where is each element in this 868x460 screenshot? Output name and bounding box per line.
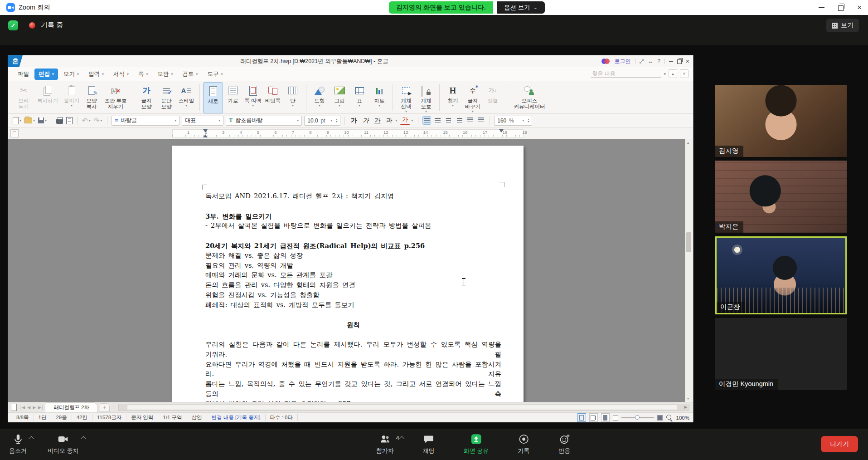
columns-button[interactable]: 단 ▾ <box>283 82 303 113</box>
object-protect-button[interactable]: 개체보호 ▾ <box>416 82 436 113</box>
paste-button[interactable]: 붙이기 ▾ <box>62 82 82 113</box>
hwp-ruler[interactable]: 12345678910111213141516171819 <box>8 127 693 140</box>
view-options-button[interactable]: 옵션 보기 ⌄ <box>497 1 545 14</box>
chevron-up-icon[interactable] <box>399 436 404 441</box>
redo-button[interactable]: ↷▾ <box>94 117 102 125</box>
participant-video-tile[interactable]: 박지은 <box>715 161 847 233</box>
underline-button[interactable]: 가 <box>373 116 382 125</box>
reactions-button[interactable]: 반응 <box>556 433 573 455</box>
font-size-stepper[interactable]: 10.0 pt ▾ ▴▾ <box>304 116 340 126</box>
bold-button[interactable]: 가 <box>349 116 359 125</box>
view-mode-single-button[interactable] <box>577 413 586 422</box>
menu-item[interactable]: 보안 ▾ <box>154 69 177 80</box>
scrollbar-handle[interactable] <box>686 232 691 252</box>
print-button[interactable] <box>56 117 63 124</box>
document-tab[interactable]: 래디컬헬프 2차 <box>45 402 98 413</box>
align-right-button[interactable] <box>455 116 464 125</box>
office-communicator-button[interactable]: 오피스커뮤니케이터 <box>509 82 549 113</box>
find-input[interactable] <box>591 70 661 78</box>
nav-prev-icon[interactable]: ◀ <box>27 405 31 410</box>
leave-button[interactable]: 나가기 <box>821 436 858 452</box>
hwp-restore-icon[interactable] <box>677 59 682 64</box>
replace-button[interactable]: 수＊ 글자바꾸기 ▾ <box>463 82 483 113</box>
nav-first-icon[interactable]: |◀ <box>20 405 25 410</box>
document-page[interactable]: 독서모임 AND 2021.6.17. 래디컬 헬프 2차 : 책지기 김지영3… <box>172 146 524 402</box>
chevron-up-icon[interactable] <box>29 436 34 441</box>
participant-video-tile[interactable]: 김지영 <box>715 85 847 157</box>
tab-type-selector[interactable] <box>10 129 19 137</box>
view-mode-facing-button[interactable] <box>589 413 598 422</box>
char-shape-button[interactable]: 가 글자모양 <box>136 82 156 113</box>
picture-button[interactable]: 그림 ▾ <box>330 82 349 113</box>
stop-video-button[interactable]: 비디오 중지 <box>45 433 82 455</box>
italic-button[interactable]: 가 <box>361 116 370 125</box>
zoom-slider-thumb[interactable] <box>635 415 640 420</box>
view-layout-button[interactable]: 보기 <box>826 19 859 32</box>
style-dropdown[interactable]: ≡ 바탕글 ▾ <box>112 116 179 126</box>
find-close-button[interactable]: × <box>680 69 689 78</box>
right-margin-marker[interactable] <box>499 129 504 132</box>
undo-button[interactable]: ↶▾ <box>82 117 91 125</box>
page-icon[interactable] <box>11 404 17 411</box>
para-shape-button[interactable]: ✓ 문단모양 <box>156 82 176 113</box>
nav-last-icon[interactable]: ▶| <box>38 405 43 410</box>
magnifier-icon[interactable] <box>666 414 673 421</box>
new-document-button[interactable]: ▾ <box>13 117 21 124</box>
nav-next-icon[interactable]: ▶ <box>33 405 36 410</box>
security-shield-icon[interactable]: ✓ <box>8 20 18 30</box>
table-button[interactable]: 표 ▾ <box>349 82 369 113</box>
find-button[interactable]: H 찾기 ▾ <box>443 82 463 113</box>
char-effect-button[interactable]: 과 <box>384 116 394 125</box>
align-center-button[interactable] <box>444 116 453 125</box>
hwp-minimize-icon[interactable] <box>669 61 673 62</box>
find-collapse-button[interactable]: ▴ <box>669 69 677 78</box>
close-icon[interactable]: × <box>857 4 862 11</box>
menu-item[interactable]: 도구 ▾ <box>204 69 227 80</box>
shapes-button[interactable]: 도형 ▾ <box>310 82 330 113</box>
left-margin-marker[interactable] <box>203 129 208 132</box>
view-mode-fit-button[interactable] <box>601 413 610 422</box>
zoom-out-button[interactable] <box>613 415 618 421</box>
line-spacing-stepper[interactable]: 160 % ▾ ▴▾ <box>494 116 532 126</box>
chat-button[interactable]: 채팅 <box>420 433 437 455</box>
vertical-scrollbar[interactable]: ▴ ▾ <box>685 139 693 402</box>
menu-item[interactable]: 검토 ▾ <box>179 69 202 80</box>
cut-button[interactable]: ✂ 오려두기 <box>14 82 34 113</box>
align-left-button[interactable] <box>433 116 442 125</box>
chevron-up-icon[interactable] <box>81 436 86 441</box>
copy-format-button[interactable]: ✎ 모양복사 <box>82 82 102 113</box>
chart-button[interactable]: 차트 ▾ <box>369 82 389 113</box>
object-select-button[interactable]: ▶ 개체선택 ▾ <box>396 82 416 113</box>
font-dropdown[interactable]: T 함초롬바탕 ▾ <box>226 116 302 126</box>
align-divide-button[interactable] <box>477 116 485 125</box>
menu-item[interactable]: 파일 ▾ <box>14 69 33 80</box>
preset-dropdown[interactable]: 대표 ▾ <box>182 116 223 126</box>
font-color-button[interactable]: 가 <box>400 116 410 125</box>
hwp-close-icon[interactable]: × <box>686 58 689 65</box>
menu-item[interactable]: 보기 ▾ <box>59 69 83 80</box>
add-tab-button[interactable]: + <box>100 403 110 412</box>
record-button[interactable]: 기록 <box>515 433 532 455</box>
participant-video-tile[interactable]: 이경민 Kyoungmin <box>715 318 847 390</box>
share-screen-button[interactable]: 화면 공유 <box>461 433 492 455</box>
menu-item[interactable]: 편집 ▾ <box>34 69 58 80</box>
login-button[interactable]: 로그인 <box>615 58 631 65</box>
minimize-icon[interactable] <box>819 7 824 8</box>
move-icon[interactable]: ↔ <box>648 58 653 64</box>
menu-item[interactable]: 입력 ▾ <box>84 69 108 80</box>
horizontal-scrollbar[interactable]: ▶ <box>118 404 689 411</box>
open-button[interactable]: ▾ <box>24 117 35 123</box>
menu-item[interactable]: 쪽 ▾ <box>134 69 152 80</box>
copy-button[interactable]: 복사하기 <box>34 82 62 113</box>
landscape-button[interactable]: 가로 <box>223 82 243 113</box>
save-button[interactable]: ▾ <box>38 117 47 123</box>
hscrollbar-handle[interactable] <box>127 405 677 410</box>
master-page-button[interactable]: 바탕쪽 <box>263 82 283 113</box>
style-button[interactable]: A 스타일 ▾ <box>176 82 196 113</box>
fullscreen-icon[interactable]: ⤢ <box>640 58 644 64</box>
menu-item[interactable]: 서식 ▾ <box>109 69 133 80</box>
mute-button[interactable]: 음소거 <box>6 433 29 455</box>
help-icon[interactable]: ? <box>657 58 660 64</box>
preview-button[interactable] <box>66 117 73 124</box>
align-distribute-button[interactable] <box>466 116 475 125</box>
